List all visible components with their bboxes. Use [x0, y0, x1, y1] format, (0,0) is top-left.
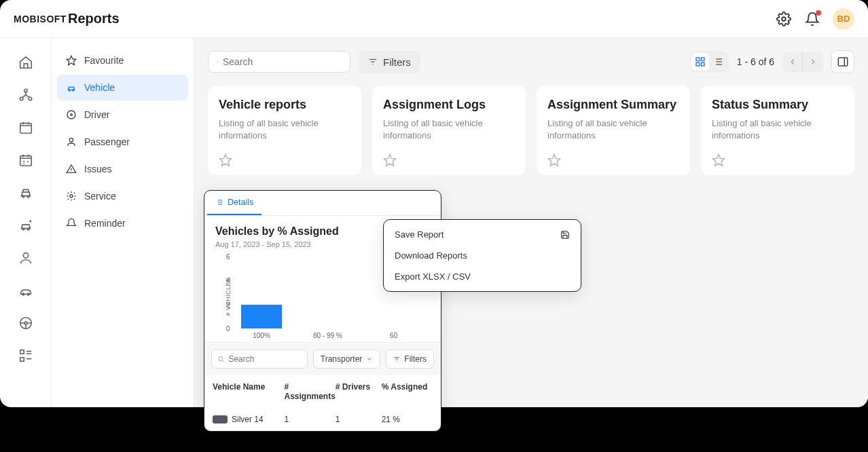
steering-icon	[65, 109, 77, 121]
svg-point-34	[219, 357, 223, 361]
svg-marker-31	[384, 155, 396, 166]
user-icon[interactable]	[18, 250, 34, 266]
favourite-toggle[interactable]	[712, 153, 725, 167]
sidebar-item-favourite[interactable]: Favourite	[57, 48, 188, 73]
view-toggle	[689, 51, 729, 73]
car-icon	[65, 81, 77, 94]
car-thumb-icon	[213, 415, 228, 423]
user-avatar[interactable]: BD	[833, 8, 854, 30]
details-tab[interactable]: Details	[207, 191, 261, 215]
svg-marker-32	[549, 155, 560, 166]
search-icon	[217, 57, 219, 67]
table-header: Vehicle Name # Assignments # Drivers % A…	[204, 375, 441, 408]
favourite-toggle[interactable]	[383, 153, 397, 167]
svg-point-9	[27, 228, 29, 230]
transporter-dropdown[interactable]: Transporter	[313, 350, 381, 369]
svg-rect-5	[20, 156, 31, 166]
svg-point-10	[23, 253, 28, 258]
svg-point-24	[217, 61, 219, 62]
sidebar-item-issues[interactable]: Issues	[57, 156, 188, 182]
sidebar-item-label: Service	[84, 191, 116, 202]
page-title: Reports	[68, 11, 120, 26]
svg-point-21	[71, 114, 73, 116]
category-sidebar: Favourite Vehicle Driver Passenger Issue…	[52, 38, 194, 407]
sidebar-item-label: Reminder	[84, 218, 126, 229]
prev-page-button[interactable]	[782, 52, 803, 72]
list-view-button[interactable]	[709, 53, 727, 71]
car-outline-icon[interactable]	[18, 282, 34, 299]
report-card[interactable]: Status Summary Listing of all basic vehi…	[701, 86, 854, 175]
user-icon	[65, 136, 77, 148]
settings-icon[interactable]	[776, 11, 792, 27]
export-menuitem[interactable]: Export XLSX / CSV	[384, 266, 581, 287]
grid-view-button[interactable]	[691, 53, 709, 71]
filters-button[interactable]: Filters	[359, 51, 420, 73]
card-title: Assignment Summary	[547, 98, 679, 112]
list-icon	[215, 198, 223, 206]
svg-point-7	[27, 195, 29, 197]
panel-toggle-button[interactable]	[831, 50, 854, 73]
schedule-icon[interactable]	[18, 152, 34, 168]
report-card[interactable]: Assignment Logs Listing of all basic veh…	[372, 86, 526, 175]
sidebar-item-service[interactable]: Service	[57, 183, 188, 209]
bell-icon[interactable]	[804, 11, 820, 27]
svg-point-6	[22, 195, 24, 197]
org-icon[interactable]	[18, 87, 34, 103]
star-icon	[65, 54, 77, 67]
notification-dot	[816, 10, 821, 16]
report-card[interactable]: Assignment Summary Listing of all basic …	[537, 86, 690, 175]
card-desc: Listing of all basic vehicle information…	[712, 117, 844, 148]
filter-icon	[393, 356, 400, 362]
search-icon	[217, 355, 224, 363]
svg-point-23	[70, 195, 73, 197]
steering-icon[interactable]	[18, 315, 34, 331]
svg-point-20	[67, 111, 75, 119]
sidebar-item-label: Issues	[84, 164, 111, 174]
sidebar-item-driver[interactable]: Driver	[57, 102, 188, 128]
download-reports-menuitem[interactable]: Download Reports	[384, 245, 581, 266]
sidebar-item-vehicle[interactable]: Vehicle	[57, 75, 188, 100]
icon-rail	[0, 38, 52, 407]
card-desc: Listing of all basic vehicle information…	[383, 117, 515, 148]
next-page-button[interactable]	[803, 52, 823, 72]
car-icon[interactable]	[18, 185, 34, 201]
save-icon	[560, 230, 570, 240]
sidebar-item-passenger[interactable]: Passenger	[57, 129, 188, 155]
svg-rect-26	[701, 58, 704, 61]
card-title: Vehicle reports	[219, 98, 350, 112]
svg-point-14	[24, 322, 27, 324]
card-title: Assignment Logs	[383, 98, 515, 112]
svg-marker-17	[67, 56, 75, 64]
table-search-input[interactable]	[211, 350, 308, 369]
calendar-icon[interactable]	[18, 119, 34, 136]
svg-point-1	[24, 89, 27, 92]
sidebar-item-label: Vehicle	[84, 82, 115, 93]
svg-marker-33	[713, 155, 725, 166]
card-title: Status Summary	[712, 98, 844, 112]
svg-rect-27	[696, 62, 700, 66]
gear-icon	[65, 190, 77, 202]
warning-icon	[65, 163, 77, 175]
svg-point-8	[22, 228, 24, 230]
home-icon[interactable]	[18, 54, 34, 71]
favourite-toggle[interactable]	[547, 153, 561, 167]
layout-icon[interactable]	[18, 347, 34, 364]
table-row[interactable]: Silver 14 1 1 21 %	[204, 408, 441, 431]
svg-marker-30	[220, 155, 232, 166]
pagination-text: 1 - 6 of 6	[737, 56, 774, 67]
search-input[interactable]	[208, 51, 350, 73]
sidebar-item-reminder[interactable]: Reminder	[57, 210, 188, 236]
svg-point-22	[69, 138, 73, 142]
brand-logo: MOBISOFT	[14, 14, 54, 24]
svg-rect-25	[696, 58, 700, 61]
save-report-menuitem[interactable]: Save Report	[384, 224, 581, 245]
favourite-toggle[interactable]	[219, 153, 232, 167]
table-filters-button[interactable]: Filters	[386, 350, 434, 369]
sidebar-item-label: Favourite	[84, 55, 124, 66]
svg-rect-16	[20, 358, 24, 362]
car-loc-icon[interactable]	[18, 217, 34, 233]
svg-rect-29	[838, 58, 848, 66]
svg-point-0	[782, 17, 786, 21]
svg-rect-4	[20, 124, 31, 134]
report-card[interactable]: Vehicle reports Listing of all basic veh…	[208, 86, 361, 175]
